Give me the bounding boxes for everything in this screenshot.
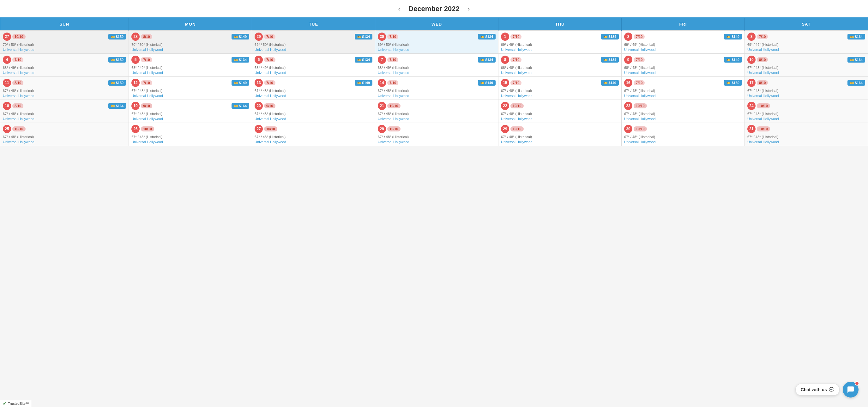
ticket-price: $159 xyxy=(116,58,124,62)
ticket-area[interactable]: 🎫$164 xyxy=(231,103,249,109)
ticket-button[interactable]: 🎫$159 xyxy=(108,34,126,39)
ticket-area[interactable]: 🎫$134 xyxy=(601,34,619,39)
date-number: 20 xyxy=(255,102,263,110)
park-link[interactable]: Universal Hollywood xyxy=(624,71,742,75)
park-link[interactable]: Universal Hollywood xyxy=(378,48,496,52)
ticket-button[interactable]: 🎫$149 xyxy=(478,80,496,86)
crowd-badge: 10/10 xyxy=(633,126,647,132)
park-link[interactable]: Universal Hollywood xyxy=(747,48,865,52)
date-crowd-group: 2510/10 xyxy=(3,125,26,133)
park-link[interactable]: Universal Hollywood xyxy=(131,48,249,52)
ticket-button[interactable]: 🎫$149 xyxy=(601,80,619,86)
park-link[interactable]: Universal Hollywood xyxy=(3,140,126,144)
park-link[interactable]: Universal Hollywood xyxy=(131,140,249,144)
ticket-button[interactable]: 🎫$159 xyxy=(108,57,126,63)
park-link[interactable]: Universal Hollywood xyxy=(501,140,619,144)
calendar-cell: 97/10🎫$14968° / 48° (Historical)Universa… xyxy=(622,54,745,77)
ticket-button[interactable]: 🎫$164 xyxy=(847,57,865,63)
ticket-area[interactable]: 🎫$164 xyxy=(847,57,865,63)
ticket-button[interactable]: 🎫$149 xyxy=(724,57,742,63)
ticket-button[interactable]: 🎫$164 xyxy=(847,34,865,39)
park-link[interactable]: Universal Hollywood xyxy=(255,94,372,98)
park-link[interactable]: Universal Hollywood xyxy=(255,117,372,121)
park-link[interactable]: Universal Hollywood xyxy=(3,94,126,98)
ticket-button[interactable]: 🎫$134 xyxy=(478,34,496,39)
park-link[interactable]: Universal Hollywood xyxy=(624,48,742,52)
ticket-button[interactable]: 🎫$134 xyxy=(231,57,249,63)
park-link[interactable]: Universal Hollywood xyxy=(378,140,496,144)
date-number: 4 xyxy=(3,56,11,64)
prev-month-button[interactable]: ‹ xyxy=(395,4,404,13)
ticket-area[interactable]: 🎫$149 xyxy=(231,80,249,86)
ticket-button[interactable]: 🎫$149 xyxy=(724,34,742,39)
park-link[interactable]: Universal Hollywood xyxy=(501,48,619,52)
ticket-area[interactable]: 🎫$164 xyxy=(847,34,865,39)
park-link[interactable]: Universal Hollywood xyxy=(3,71,126,75)
park-link[interactable]: Universal Hollywood xyxy=(747,140,865,144)
ticket-area[interactable]: 🎫$159 xyxy=(108,80,126,86)
ticket-button[interactable]: 🎫$134 xyxy=(355,57,372,63)
ticket-button[interactable]: 🎫$159 xyxy=(724,80,742,86)
park-link[interactable]: Universal Hollywood xyxy=(255,48,372,52)
park-link[interactable]: Universal Hollywood xyxy=(624,140,742,144)
ticket-area[interactable]: 🎫$149 xyxy=(724,57,742,63)
ticket-area[interactable]: 🎫$134 xyxy=(231,57,249,63)
ticket-area[interactable]: 🎫$134 xyxy=(478,34,496,39)
park-link[interactable]: Universal Hollywood xyxy=(378,71,496,75)
ticket-area[interactable]: 🎫$134 xyxy=(355,57,372,63)
park-link[interactable]: Universal Hollywood xyxy=(501,94,619,98)
ticket-area[interactable]: 🎫$134 xyxy=(355,34,372,39)
ticket-area[interactable]: 🎫$134 xyxy=(601,57,619,63)
ticket-area[interactable]: 🎫$134 xyxy=(478,57,496,63)
park-link[interactable]: Universal Hollywood xyxy=(378,94,496,98)
park-link[interactable]: Universal Hollywood xyxy=(131,117,249,121)
park-link[interactable]: Universal Hollywood xyxy=(501,71,619,75)
ticket-area[interactable]: 🎫$149 xyxy=(355,80,372,86)
cell-top-row: 67/10🎫$134 xyxy=(255,56,372,64)
ticket-area[interactable]: 🎫$149 xyxy=(478,80,496,86)
park-link[interactable]: Universal Hollywood xyxy=(747,117,865,121)
park-link[interactable]: Universal Hollywood xyxy=(378,117,496,121)
ticket-area[interactable]: 🎫$164 xyxy=(108,103,126,109)
ticket-area[interactable]: 🎫$149 xyxy=(724,34,742,39)
ticket-area[interactable]: 🎫$164 xyxy=(847,80,865,86)
park-link[interactable]: Universal Hollywood xyxy=(747,71,865,75)
calendar-week-4: 188/10🎫$16467° / 48° (Historical)Univers… xyxy=(0,100,868,123)
ticket-price: $134 xyxy=(609,58,616,62)
cell-top-row: 118/10🎫$159 xyxy=(3,79,126,87)
calendar-cell: 178/10🎫$16467° / 48° (Historical)Univers… xyxy=(744,77,868,100)
ticket-area[interactable]: 🎫$159 xyxy=(108,57,126,63)
ticket-button[interactable]: 🎫$149 xyxy=(355,80,372,86)
ticket-button[interactable]: 🎫$159 xyxy=(108,80,126,86)
ticket-button[interactable]: 🎫$134 xyxy=(478,57,496,63)
park-link[interactable]: Universal Hollywood xyxy=(624,94,742,98)
ticket-button[interactable]: 🎫$134 xyxy=(601,34,619,39)
ticket-button[interactable]: 🎫$164 xyxy=(847,80,865,86)
calendar-cell: 2310/1067° / 48° (Historical)Universal H… xyxy=(622,100,745,123)
ticket-area[interactable]: 🎫$149 xyxy=(231,34,249,39)
ticket-icon: 🎫 xyxy=(726,35,730,38)
ticket-price: $159 xyxy=(116,81,124,85)
ticket-area[interactable]: 🎫$159 xyxy=(108,34,126,39)
park-link[interactable]: Universal Hollywood xyxy=(255,140,372,144)
ticket-button[interactable]: 🎫$134 xyxy=(355,34,372,39)
ticket-area[interactable]: 🎫$149 xyxy=(601,80,619,86)
ticket-area[interactable]: 🎫$159 xyxy=(724,80,742,86)
ticket-button[interactable]: 🎫$149 xyxy=(231,80,249,86)
ticket-button[interactable]: 🎫$134 xyxy=(601,57,619,63)
ticket-button[interactable]: 🎫$164 xyxy=(231,103,249,109)
date-number: 5 xyxy=(131,56,140,64)
ticket-button[interactable]: 🎫$149 xyxy=(231,34,249,39)
park-link[interactable]: Universal Hollywood xyxy=(131,71,249,75)
crowd-badge: 10/10 xyxy=(264,126,277,132)
park-link[interactable]: Universal Hollywood xyxy=(131,94,249,98)
park-link[interactable]: Universal Hollywood xyxy=(624,117,742,121)
park-link[interactable]: Universal Hollywood xyxy=(3,48,126,52)
park-link[interactable]: Universal Hollywood xyxy=(255,71,372,75)
next-month-button[interactable]: › xyxy=(465,4,473,13)
park-link[interactable]: Universal Hollywood xyxy=(3,117,126,121)
ticket-button[interactable]: 🎫$164 xyxy=(108,103,126,109)
park-link[interactable]: Universal Hollywood xyxy=(747,94,865,98)
calendar-cell: 209/1067° / 48° (Historical)Universal Ho… xyxy=(252,100,375,123)
park-link[interactable]: Universal Hollywood xyxy=(501,117,619,121)
